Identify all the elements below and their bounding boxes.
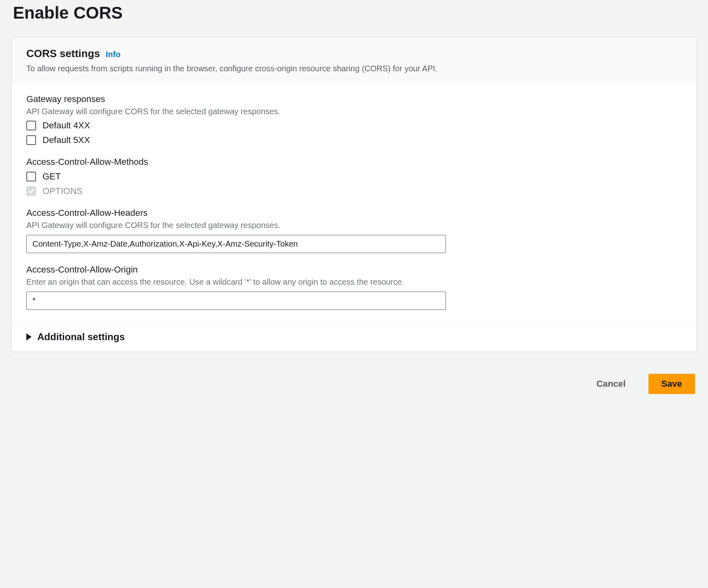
gateway-responses-label: Gateway responses — [26, 94, 682, 104]
method-get-checkbox[interactable] — [26, 172, 36, 181]
allow-headers-hint: API Gateway will configure CORS for the … — [26, 221, 682, 230]
allow-methods-group: Access-Control-Allow-Methods GET OPTIONS — [26, 157, 682, 196]
additional-settings-label: Additional settings — [37, 331, 125, 343]
allow-headers-group: Access-Control-Allow-Headers API Gateway… — [26, 208, 682, 253]
allow-headers-input[interactable] — [26, 235, 446, 253]
gateway-5xx-row: Default 5XX — [26, 135, 682, 145]
gateway-5xx-label: Default 5XX — [43, 135, 90, 145]
method-options-label: OPTIONS — [43, 186, 83, 196]
allow-headers-label: Access-Control-Allow-Headers — [26, 208, 682, 218]
allow-origin-label: Access-Control-Allow-Origin — [26, 264, 682, 275]
cors-settings-title: CORS settings — [26, 47, 100, 60]
gateway-responses-hint: API Gateway will configure CORS for the … — [26, 107, 682, 116]
allow-origin-group: Access-Control-Allow-Origin Enter an ori… — [26, 264, 682, 310]
caret-right-icon — [26, 333, 32, 341]
cors-settings-description: To allow requests from scripts running i… — [26, 64, 682, 73]
cors-settings-header: CORS settings Info To allow requests fro… — [12, 38, 696, 83]
gateway-4xx-checkbox[interactable] — [26, 121, 36, 130]
page-title: Enable CORS — [11, 0, 697, 37]
save-button[interactable]: Save — [648, 374, 695, 394]
allow-methods-label: Access-Control-Allow-Methods — [26, 157, 682, 167]
method-get-row: GET — [26, 171, 682, 182]
additional-settings-toggle[interactable]: Additional settings — [12, 322, 696, 352]
gateway-responses-group: Gateway responses API Gateway will confi… — [26, 94, 682, 145]
footer-actions: Cancel Save — [11, 374, 697, 402]
gateway-5xx-checkbox[interactable] — [26, 135, 36, 145]
gateway-4xx-label: Default 4XX — [43, 120, 90, 131]
cancel-button[interactable]: Cancel — [583, 374, 638, 394]
gateway-4xx-row: Default 4XX — [26, 120, 682, 131]
allow-origin-hint: Enter an origin that can access the reso… — [26, 277, 682, 287]
info-link[interactable]: Info — [106, 50, 121, 59]
cors-settings-body: Gateway responses API Gateway will confi… — [12, 83, 696, 322]
method-options-checkbox — [26, 186, 36, 196]
method-get-label: GET — [43, 171, 61, 182]
cors-settings-panel: CORS settings Info To allow requests fro… — [11, 37, 697, 352]
allow-origin-input[interactable] — [26, 292, 446, 310]
method-options-row: OPTIONS — [26, 186, 682, 196]
